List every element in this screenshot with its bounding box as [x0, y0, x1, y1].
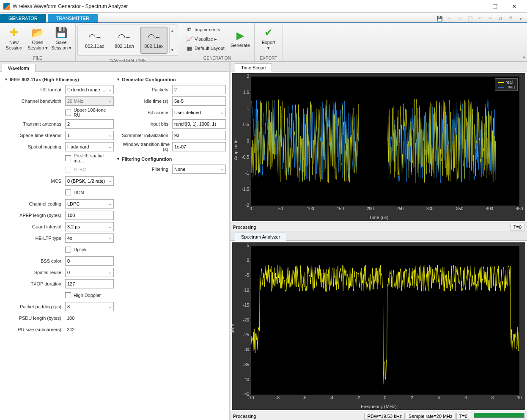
wifi-icon: ◠⌢	[88, 32, 101, 42]
chan-bw-select: 20 MHz	[65, 96, 114, 106]
spatial-reuse-select[interactable]: 0	[65, 268, 114, 277]
minimize-button[interactable]: —	[467, 0, 486, 13]
time-scope-plot[interactable]: Amplitude real imag 21.510.50-0.5-1-1.5-…	[232, 73, 525, 221]
dcm-checkbox[interactable]	[65, 189, 71, 195]
sts-label: Space-time streams:	[3, 133, 63, 138]
check-icon: ✔	[264, 27, 273, 39]
app-logo-icon	[3, 3, 10, 10]
heltf-label: HE-LTF type:	[3, 236, 63, 241]
qa-redo-icon[interactable]: ↷	[486, 15, 494, 22]
scrambler-input[interactable]: 93	[172, 131, 226, 140]
group-label-file: FILE	[0, 55, 75, 61]
uplink-label: Uplink	[74, 247, 87, 252]
ieee-section: IEEE 802.11ax (High Efficiency) HE forma…	[3, 75, 114, 417]
idle-input[interactable]: 5e-5	[172, 96, 226, 106]
wifi-icon: ◠⌢	[148, 32, 160, 42]
tx-ant-input[interactable]: 2	[65, 119, 114, 129]
waveform-gallery-up[interactable]: ▲	[170, 28, 174, 33]
wintrans-input[interactable]: 1e-07	[172, 142, 226, 151]
sts-select[interactable]: 1	[65, 131, 114, 140]
tab-spectrum[interactable]: Spectrum Analyzer	[235, 233, 286, 241]
pkt-pad-select[interactable]: 8	[65, 302, 114, 311]
tab-generator[interactable]: GENERATOR	[0, 14, 46, 22]
generate-button[interactable]: ▶Generate	[229, 25, 252, 53]
heltf-select[interactable]: 4x	[65, 233, 114, 243]
wintrans-label: Window transition time (s):	[115, 142, 170, 152]
bss-input[interactable]: 0	[65, 256, 114, 266]
inputbits-label: Input bits:	[115, 121, 170, 126]
new-session-icon: ✚	[10, 27, 18, 39]
waveform-80211ax-button[interactable]: ◠⌢802.11ax	[140, 27, 167, 54]
qa-paste-icon[interactable]: 📋	[466, 15, 474, 22]
qa-save-icon[interactable]: 💾	[436, 15, 443, 22]
apep-input[interactable]: 100	[65, 211, 114, 220]
save-session-button[interactable]: 💾Save Session ▾	[50, 25, 73, 53]
ts-statusbar: Processing T=0	[231, 222, 527, 231]
section-ieee-header[interactable]: IEEE 802.11ax (High Efficiency)	[3, 75, 114, 84]
waveform-80211ad-button[interactable]: ◠⌢802.11ad	[81, 27, 108, 54]
uplink-checkbox[interactable]	[65, 247, 71, 253]
prehe-label: Pre-HE spatial ma...	[74, 153, 114, 163]
guard-select[interactable]: 3.2 µs	[65, 222, 114, 231]
stbc-label: STBC	[74, 167, 86, 172]
layout-icon: ▦	[186, 45, 193, 52]
qa-cut-icon[interactable]: ✂	[446, 15, 453, 22]
chan-coding-select[interactable]: LDPC	[65, 199, 114, 209]
sp-ylabel: dBm	[230, 324, 235, 334]
ribbon-group-generation: ⧉Impairments 📈Visualize ▸ ▦Default Layou…	[180, 23, 255, 61]
left-pane: Waveform IEEE 802.11ax (High Efficiency)…	[0, 62, 231, 420]
new-session-button[interactable]: ✚New Session	[3, 25, 25, 53]
section-gen-header[interactable]: Generator Configuration	[115, 75, 226, 84]
scrambler-label: Scrambler initialization:	[115, 133, 170, 138]
spatial-map-select[interactable]: Hadamard	[65, 142, 114, 151]
maximize-button[interactable]: ☐	[486, 0, 505, 13]
tab-transmitter[interactable]: TRANSMITTER	[48, 14, 98, 22]
inputbits-input[interactable]: randi([0, 1], 1000, 1)	[172, 119, 226, 129]
close-button[interactable]: ✕	[505, 0, 524, 13]
default-layout-button[interactable]: ▦Default Layout	[184, 44, 226, 52]
qa-dock-icon[interactable]: ⧉	[497, 15, 504, 22]
high-doppler-checkbox[interactable]	[65, 292, 71, 298]
pkt-pad-label: Packet padding (µs):	[3, 304, 63, 309]
window-title: Wireless Waveform Generator - Spectrum A…	[13, 3, 467, 9]
ribbon: ✚New Session 📂Open Session ▾ 💾Save Sessi…	[0, 23, 527, 62]
high-doppler-label: High Doppler	[74, 293, 101, 298]
ribbon-group-waveform: ◠⌢802.11ad ◠⌢802.11ah ◠⌢802.11ax ▲ ▼ WAV…	[76, 23, 180, 61]
impairments-button[interactable]: ⧉Impairments	[184, 25, 226, 34]
tab-time-scope[interactable]: Time Scope	[235, 63, 272, 71]
waveform-gallery-down[interactable]: ▼	[170, 48, 174, 52]
section-filter-header[interactable]: Filtering Configuration	[115, 155, 226, 163]
spectrum-plot[interactable]: dBm 50-5-10-15-20-25-30-35-40-45 -10-8-6…	[232, 242, 525, 410]
qa-copy-icon[interactable]: ⧉	[456, 15, 464, 22]
qa-undo-icon[interactable]: ↶	[476, 15, 484, 22]
sp-time-cell: T=0	[456, 413, 470, 420]
ts-legend: real imag	[495, 78, 518, 91]
prehe-checkbox[interactable]	[65, 155, 71, 161]
psdu-label: PSDU length (bytes):	[3, 316, 63, 321]
bitsrc-select[interactable]: User-defined	[172, 108, 226, 117]
upper106-checkbox[interactable]	[65, 110, 71, 115]
mcs-select[interactable]: 0 (BPSK, 1/2 rate)	[65, 176, 114, 186]
spectrum-panel: Spectrum Analyzer dBm 50-5-10-15-20-25-3…	[231, 231, 527, 420]
packets-input[interactable]: 2	[172, 85, 226, 94]
packets-label: Packets:	[115, 87, 170, 92]
he-format-select[interactable]: Extended range ...	[65, 85, 114, 94]
open-session-button[interactable]: 📂Open Session ▾	[26, 25, 49, 53]
visualize-button[interactable]: 📈Visualize ▸	[184, 35, 226, 43]
filtering-label: Filtering:	[115, 167, 170, 172]
tab-waveform[interactable]: Waveform	[2, 64, 36, 72]
dcm-label: DCM	[74, 190, 84, 195]
waveform-80211ah-button[interactable]: ◠⌢802.11ah	[111, 27, 138, 54]
filtering-select[interactable]: None	[172, 165, 226, 174]
ribbon-collapse-icon[interactable]: ▴	[523, 54, 525, 60]
qa-menu-icon[interactable]: ▾	[517, 15, 524, 22]
upper106-label: Upper 106-tone RU	[74, 107, 114, 118]
bitsrc-label: Bit source:	[115, 110, 170, 115]
ts-time-cell: T=0	[511, 224, 524, 231]
quick-access-toolbar: 💾 ✂ ⧉ 📋 ↶ ↷ ⧉ ? ▾	[433, 15, 527, 22]
qa-help-icon[interactable]: ?	[507, 15, 514, 22]
sp-progressbar	[474, 413, 524, 418]
export-button[interactable]: ✔Export ▾	[257, 25, 280, 53]
tx-ant-label: Transmit antennas:	[3, 121, 63, 126]
txop-input[interactable]: 127	[65, 279, 114, 288]
